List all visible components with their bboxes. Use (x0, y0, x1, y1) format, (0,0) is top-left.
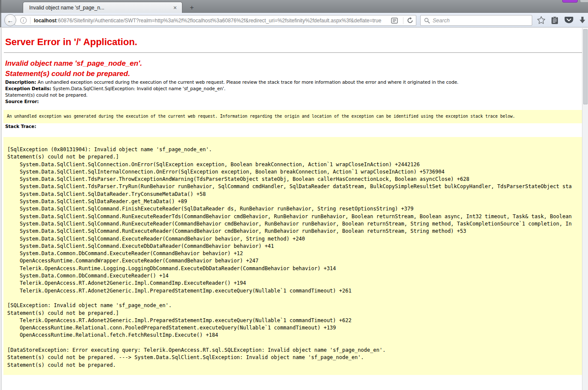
url-path: :60876/Sitefinity/Authenticate/SWT?realm… (57, 18, 382, 24)
download-icon[interactable] (579, 16, 586, 24)
url-host: localhost (34, 18, 57, 24)
window-control-fragment[interactable] (562, 0, 578, 3)
description-paragraph: Description: An unhandled exception occu… (5, 79, 582, 85)
back-icon: ← (7, 17, 14, 24)
stack-trace-text: [SqlException (0x80131904): Invalid obje… (3, 137, 582, 375)
reload-icon[interactable] (407, 17, 413, 24)
source-error-heading: Source Error: (5, 98, 582, 105)
stack-trace-box: [SqlException (0x80131904): Invalid obje… (3, 137, 582, 375)
bookmark-star-icon[interactable] (537, 16, 546, 24)
source-error-box: An unhandled exception was generated dur… (3, 110, 582, 123)
tab-close-icon[interactable]: × (172, 4, 179, 12)
exception-details-paragraph: Exception Details: System.Data.SqlClient… (5, 85, 582, 98)
divider (4, 52, 582, 53)
search-box[interactable] (420, 15, 532, 26)
back-button[interactable]: ← (4, 14, 16, 26)
error-message-line1: Invalid object name 'sf_page_node_en'. (5, 59, 142, 67)
url-bar[interactable]: i localhost:60876/Sitefinity/Authenticat… (15, 15, 416, 26)
exception-details-text: System.Data.SqlClient.SqlException: Inva… (53, 86, 225, 91)
browser-tab[interactable]: Invalid object name 'sf_page_n... × (23, 2, 182, 13)
exception-details-label: Exception Details: (5, 86, 53, 91)
reader-mode-icon[interactable] (391, 18, 398, 24)
new-tab-button[interactable]: + (186, 3, 198, 12)
exception-details-text2: Statement(s) could not be prepared. (5, 92, 88, 98)
search-input[interactable] (433, 18, 528, 24)
error-message-line2: Statement(s) could not be prepared. (5, 70, 130, 78)
pocket-icon[interactable] (564, 16, 573, 24)
url-text[interactable]: localhost:60876/Sitefinity/Authenticate/… (34, 18, 389, 24)
stack-trace-heading: Stack Trace: (5, 123, 582, 130)
scrollbar-thumb[interactable] (583, 29, 588, 104)
tab-bar: Invalid object name 'sf_page_n... × + (0, 0, 588, 13)
error-page: Server Error in '/' Application. Invalid… (1, 28, 582, 390)
divider (30, 17, 30, 24)
bookmarks-list-icon[interactable] (551, 16, 558, 24)
navigation-toolbar: ← i localhost:60876/Sitefinity/Authentic… (0, 13, 588, 27)
page-title: Server Error in '/' Application. (5, 37, 582, 48)
info-icon[interactable]: i (20, 17, 27, 24)
description-label: Description: (5, 79, 38, 85)
tab-title: Invalid object name 'sf_page_n... (29, 5, 172, 11)
window-control-fragment[interactable] (580, 0, 588, 3)
toolbar-buttons (533, 13, 588, 27)
description-text: An unhandled exception occurred during t… (38, 79, 458, 85)
vertical-scrollbar[interactable] (582, 28, 588, 390)
search-icon (424, 18, 430, 24)
source-error-text: An unhandled exception was generated dur… (3, 110, 582, 123)
divider (403, 17, 403, 24)
error-message: Invalid object name 'sf_page_node_en'.St… (5, 58, 582, 79)
